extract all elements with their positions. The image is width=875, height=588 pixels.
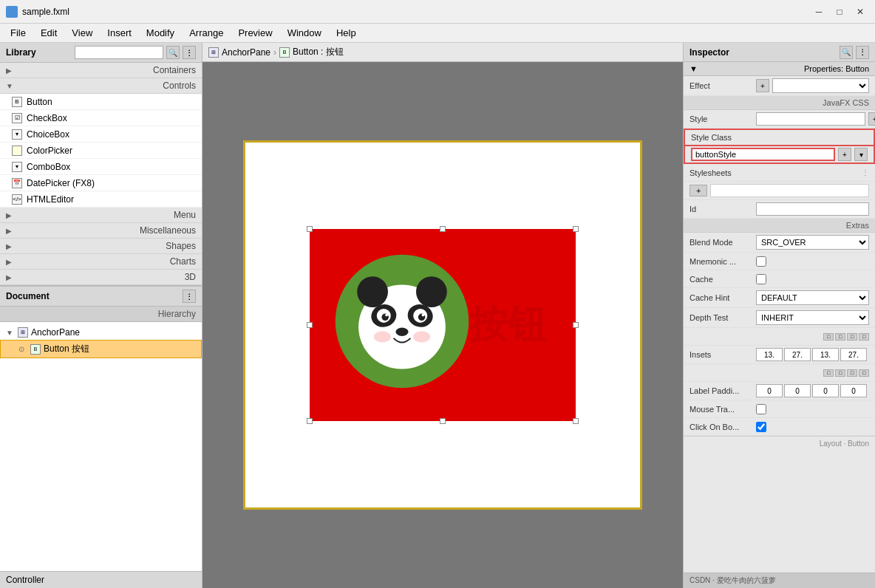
inspector-menu-icon[interactable]: ⋮ bbox=[856, 46, 869, 59]
stylesheets-control: ⋮ bbox=[756, 168, 869, 177]
effect-plus-btn[interactable]: + bbox=[756, 79, 769, 92]
style-plus-btn[interactable]: + bbox=[868, 112, 875, 126]
blend-mode-label: Blend Mode bbox=[690, 238, 756, 247]
mnemonic-checkbox[interactable] bbox=[756, 256, 766, 267]
control-datepicker[interactable]: 📅 DatePicker (FX8) bbox=[0, 175, 202, 191]
svg-point-2 bbox=[357, 276, 388, 307]
handle-tl[interactable] bbox=[307, 226, 313, 232]
category-containers[interactable]: ▶ Containers bbox=[0, 63, 202, 78]
click-on-bo-checkbox[interactable] bbox=[756, 422, 766, 432]
menu-window[interactable]: Window bbox=[280, 25, 329, 41]
control-button[interactable]: B Button bbox=[0, 94, 202, 110]
mouse-tracking-checkbox[interactable] bbox=[756, 404, 766, 414]
cache-hint-select[interactable]: DEFAULT bbox=[756, 290, 869, 305]
menu-preview[interactable]: Preview bbox=[231, 25, 279, 41]
handle-tc[interactable] bbox=[440, 226, 446, 232]
insets-row: Insets bbox=[684, 346, 875, 364]
canvas-area[interactable]: 按钮 bbox=[202, 62, 683, 588]
id-label: Id bbox=[690, 205, 756, 213]
htmleditor-icon: </> bbox=[12, 194, 22, 205]
lp-right-input[interactable] bbox=[784, 384, 811, 397]
category-menu[interactable]: ▶ Menu bbox=[0, 208, 202, 223]
document-controls: ⋮ bbox=[183, 290, 196, 303]
window-title: sample.fxml bbox=[22, 7, 810, 17]
insets-top-input[interactable] bbox=[756, 348, 783, 361]
menu-help[interactable]: Help bbox=[329, 25, 364, 41]
effect-select[interactable] bbox=[772, 78, 869, 93]
tree-item-button[interactable]: ⊙ B Button 按钮 bbox=[0, 340, 202, 358]
cache-checkbox[interactable] bbox=[756, 274, 766, 284]
library-menu-icon[interactable]: ⋮ bbox=[183, 46, 196, 59]
control-htmleditor[interactable]: </> HTMLEditor bbox=[0, 191, 202, 208]
menu-file[interactable]: File bbox=[3, 25, 33, 41]
document-menu-icon[interactable]: ⋮ bbox=[183, 290, 196, 303]
misc-expand-icon: ▶ bbox=[6, 227, 12, 235]
inset-icon-tc: □ bbox=[835, 333, 845, 341]
menu-insert[interactable]: Insert bbox=[100, 25, 139, 41]
style-class-plus-btn[interactable]: + bbox=[838, 148, 851, 161]
library-search-icon[interactable]: 🔍 bbox=[166, 46, 180, 59]
lp-top-input[interactable] bbox=[756, 384, 783, 397]
label-padding-icons: □ □ □ □ bbox=[823, 369, 869, 377]
handle-bl[interactable] bbox=[307, 418, 313, 424]
category-shapes[interactable]: ▶ Shapes bbox=[0, 239, 202, 254]
stylesheets-add-row: + bbox=[684, 182, 875, 200]
inspector-panel: Inspector 🔍 ⋮ ▼ Properties: Button Effec… bbox=[683, 43, 875, 588]
blend-mode-select[interactable]: SRC_OVER bbox=[756, 235, 869, 250]
button-element[interactable]: 按钮 bbox=[310, 229, 576, 421]
insets-label: Insets bbox=[690, 350, 756, 359]
datepicker-icon: 📅 bbox=[12, 178, 22, 188]
stylesheets-add-btn[interactable]: + bbox=[690, 185, 707, 196]
control-choicebox[interactable]: ▾ ChoiceBox bbox=[0, 126, 202, 143]
minimize-button[interactable]: ─ bbox=[810, 4, 828, 19]
insets-bottom-input[interactable] bbox=[812, 348, 839, 361]
combobox-icon: ▾ bbox=[12, 162, 22, 172]
control-colorpicker[interactable]: ColorPicker bbox=[0, 143, 202, 159]
button-icon: B bbox=[12, 97, 22, 107]
left-panel: Library 🔍 ⋮ ▶ Containers ▼ Controls bbox=[0, 43, 202, 588]
menu-view[interactable]: View bbox=[64, 25, 100, 41]
inspector-search-icon[interactable]: 🔍 bbox=[840, 46, 853, 59]
button-label-text: 按钮 bbox=[469, 299, 546, 351]
svg-point-10 bbox=[385, 314, 388, 317]
library-search-input[interactable] bbox=[75, 46, 163, 59]
category-misc[interactable]: ▶ Miscellaneous bbox=[0, 223, 202, 239]
menu-arrange[interactable]: Arrange bbox=[182, 25, 231, 41]
category-3d[interactable]: ▶ 3D bbox=[0, 270, 202, 285]
handle-bc[interactable] bbox=[440, 418, 446, 424]
checkbox-icon: ☑ bbox=[12, 113, 22, 123]
insets-icons: □ □ □ □ bbox=[823, 333, 869, 341]
tree-item-anchorpane[interactable]: ▼ ⊞ AnchorPane bbox=[0, 325, 202, 340]
control-combobox[interactable]: ▾ ComboBox bbox=[0, 159, 202, 175]
insets-right-input[interactable] bbox=[784, 348, 811, 361]
stylesheets-row: Stylesheets ⋮ bbox=[684, 164, 875, 182]
style-class-input[interactable] bbox=[691, 148, 835, 161]
menu-modify[interactable]: Modify bbox=[139, 25, 182, 41]
document-header: Document ⋮ bbox=[0, 287, 202, 307]
depth-test-select[interactable]: INHERIT bbox=[756, 310, 869, 325]
lp-left-input[interactable] bbox=[840, 384, 867, 397]
maximize-button[interactable]: □ bbox=[831, 4, 848, 19]
id-input[interactable] bbox=[756, 202, 869, 216]
handle-tr[interactable] bbox=[573, 226, 579, 232]
control-choicebox-label: ChoiceBox bbox=[27, 129, 69, 140]
library-controls: 🔍 ⋮ bbox=[75, 46, 196, 59]
breadcrumb-anchor-icon: ⊞ bbox=[208, 47, 219, 58]
style-input[interactable] bbox=[756, 112, 865, 126]
library-title: Library bbox=[6, 47, 36, 58]
breadcrumb-button[interactable]: B Button : 按钮 bbox=[279, 46, 344, 58]
handle-br[interactable] bbox=[573, 418, 579, 424]
category-controls[interactable]: ▼ Controls bbox=[0, 78, 202, 94]
category-charts[interactable]: ▶ Charts bbox=[0, 254, 202, 270]
breadcrumb-anchorpane[interactable]: ⊞ AnchorPane bbox=[208, 47, 270, 58]
handle-ml[interactable] bbox=[307, 322, 313, 328]
handle-mr[interactable] bbox=[573, 322, 579, 328]
effect-row: Effect + bbox=[684, 76, 875, 96]
design-surface[interactable]: 按钮 bbox=[243, 140, 642, 510]
menu-edit[interactable]: Edit bbox=[33, 25, 64, 41]
insets-left-input[interactable] bbox=[840, 348, 867, 361]
style-class-dropdown-btn[interactable]: ▾ bbox=[854, 148, 868, 161]
lp-bottom-input[interactable] bbox=[812, 384, 839, 397]
close-button[interactable]: ✕ bbox=[851, 4, 869, 19]
control-checkbox[interactable]: ☑ CheckBox bbox=[0, 110, 202, 126]
